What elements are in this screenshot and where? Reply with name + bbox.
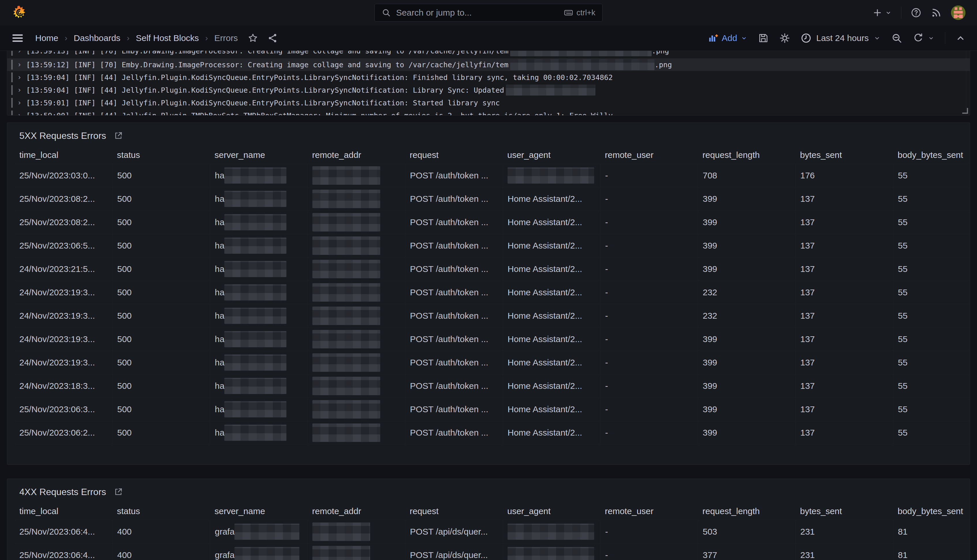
help-button[interactable] <box>910 7 922 18</box>
cell-remote_user: - <box>600 234 698 257</box>
time-range-picker[interactable]: Last 24 hours <box>800 33 881 43</box>
scrollbar[interactable] <box>966 51 970 115</box>
new-button[interactable] <box>872 8 892 18</box>
expand-log-icon[interactable]: › <box>17 86 22 94</box>
column-header-body_bytes_sent[interactable]: body_bytes_sent <box>893 150 970 160</box>
panel-title[interactable]: 4XX Requests Errors <box>19 487 106 497</box>
breadcrumb-home[interactable]: Home <box>35 33 58 43</box>
column-header-server_name[interactable]: server_name <box>210 506 307 516</box>
column-header-user_agent[interactable]: user_agent <box>503 150 600 160</box>
redacted-value <box>234 547 299 560</box>
column-header-user_agent[interactable]: user_agent <box>503 506 600 516</box>
expand-log-icon[interactable]: › <box>17 61 22 69</box>
cell-server_name: grafa <box>210 543 307 560</box>
redacted-value <box>312 377 380 395</box>
breadcrumb-folder[interactable]: Self Host Blocks <box>136 33 198 43</box>
column-header-bytes_sent[interactable]: bytes_sent <box>795 150 893 160</box>
search-input[interactable]: Search or jump to... ctrl+k <box>375 4 602 22</box>
column-header-request[interactable]: request <box>405 506 503 516</box>
redacted-value <box>508 547 594 560</box>
log-row[interactable]: ›[13:59:04] [INF] [44] Jellyfin.Plugin.K… <box>7 84 970 97</box>
cell-remote_addr <box>307 421 405 444</box>
column-header-time_local[interactable]: time_local <box>15 506 112 516</box>
redacted-value <box>224 261 287 277</box>
column-header-status[interactable]: status <box>112 150 210 160</box>
dashboard-toolbar: Home › Dashboards › Self Host Blocks › E… <box>0 25 977 51</box>
collapse-controls-button[interactable] <box>955 33 965 43</box>
grafana-logo[interactable] <box>12 5 27 20</box>
add-button-label: Add <box>722 33 737 43</box>
expand-log-icon[interactable]: › <box>17 99 22 107</box>
table-row: 24/Nov/2023:21:5...500haPOST /auth/token… <box>15 257 970 281</box>
breadcrumb-dashboards[interactable]: Dashboards <box>73 33 120 43</box>
star-icon[interactable] <box>248 33 258 43</box>
column-header-remote_addr[interactable]: remote_addr <box>307 150 405 160</box>
clock-icon <box>800 33 812 43</box>
column-header-request[interactable]: request <box>405 150 503 160</box>
panel-title[interactable]: 5XX Requests Errors <box>19 130 106 141</box>
table-row: 25/Nov/2023:06:2...500haPOST /auth/token… <box>15 421 970 444</box>
log-message: [13:59:04] [INF] [44] Jellyfin.Plugin.Ko… <box>26 85 595 95</box>
log-row[interactable]: ›[13:59:01] [INF] [44] Jellyfin.Plugin.K… <box>7 97 970 109</box>
log-row[interactable]: ›[13:59:12] [INF] [70] Emby.Drawing.Imag… <box>7 58 970 71</box>
log-row[interactable]: ›[13:59:04] [INF] [44] Jellyfin.Plugin.K… <box>7 71 970 84</box>
redacted-value <box>224 167 287 183</box>
column-header-remote_addr[interactable]: remote_addr <box>307 506 405 516</box>
panel-resize-handle[interactable] <box>962 108 968 114</box>
table-row: 25/Nov/2023:06:4...400grafaPOST /api/ds/… <box>15 520 970 543</box>
cell-server_name: ha <box>210 304 307 327</box>
save-button[interactable] <box>758 33 769 43</box>
cell-request: POST /api/ds/quer... <box>405 520 503 543</box>
cell-body_bytes_sent: 55 <box>893 234 970 257</box>
redacted-value <box>510 51 652 56</box>
log-row[interactable]: ›[13:59:13] [INF] [70] Emby.Drawing.Imag… <box>7 51 970 57</box>
column-header-bytes_sent[interactable]: bytes_sent <box>795 506 893 516</box>
cell-time_local: 25/Nov/2023:03:0... <box>15 164 112 187</box>
column-header-remote_user[interactable]: remote_user <box>600 150 698 160</box>
cell-time_local: 24/Nov/2023:19:3... <box>15 328 112 351</box>
cell-remote_addr <box>307 304 405 327</box>
column-header-body_bytes_sent[interactable]: body_bytes_sent <box>893 506 970 516</box>
cell-time_local: 25/Nov/2023:08:2... <box>15 187 112 210</box>
expand-log-icon[interactable]: › <box>17 73 22 82</box>
expand-log-icon[interactable]: › <box>17 112 22 115</box>
external-link-icon[interactable] <box>114 487 123 497</box>
redacted-value <box>224 401 287 417</box>
external-link-icon[interactable] <box>114 131 123 140</box>
chevron-up-icon <box>955 33 965 43</box>
add-button[interactable]: Add <box>708 33 747 43</box>
column-header-status[interactable]: status <box>112 506 210 516</box>
cell-remote_user: - <box>600 328 698 351</box>
avatar[interactable] <box>951 5 965 20</box>
log-row[interactable]: ›[13:59:00] [INF] [44] Jellyfin.Plugin.T… <box>7 109 970 115</box>
cell-body_bytes_sent: 55 <box>893 211 970 234</box>
cell-user_agent: Home Assistant/2... <box>503 257 600 281</box>
column-header-server_name[interactable]: server_name <box>210 150 307 160</box>
table-row: 24/Nov/2023:19:3...500haPOST /auth/token… <box>15 304 970 327</box>
search-icon <box>382 8 391 17</box>
cell-time_local: 25/Nov/2023:06:2... <box>15 421 112 444</box>
expand-log-icon[interactable]: › <box>17 51 22 55</box>
cell-body_bytes_sent: 55 <box>893 304 970 327</box>
refresh-button[interactable] <box>913 33 924 43</box>
column-header-remote_user[interactable]: remote_user <box>600 506 698 516</box>
menu-icon[interactable] <box>12 32 24 44</box>
redacted-value <box>312 237 380 255</box>
cell-body_bytes_sent: 55 <box>893 374 970 397</box>
cell-request: POST /auth/token ... <box>405 398 503 421</box>
news-icon[interactable] <box>931 7 942 18</box>
settings-button[interactable] <box>779 33 790 43</box>
cell-user_agent: Home Assistant/2... <box>503 234 600 257</box>
cell-time_local: 25/Nov/2023:06:4... <box>15 543 112 560</box>
column-header-time_local[interactable]: time_local <box>15 150 112 160</box>
cell-bytes_sent: 231 <box>795 520 893 543</box>
cell-bytes_sent: 137 <box>795 257 893 281</box>
column-header-request_length[interactable]: request_length <box>698 506 795 516</box>
redacted-value <box>312 307 380 325</box>
zoom-out-button[interactable] <box>891 33 902 43</box>
log-level-bar <box>11 110 13 115</box>
column-header-request_length[interactable]: request_length <box>698 150 795 160</box>
log-message: [13:59:00] [INF] [44] Jellyfin.Plugin.TM… <box>26 112 626 116</box>
cell-bytes_sent: 137 <box>795 328 893 351</box>
share-icon[interactable] <box>267 33 278 43</box>
